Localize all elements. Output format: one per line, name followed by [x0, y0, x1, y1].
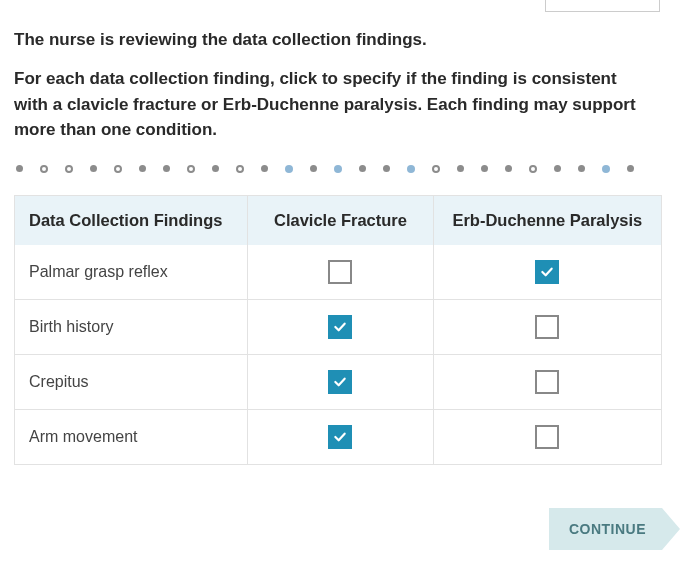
table-header-row: Data Collection Findings Clavicle Fractu…: [15, 196, 661, 245]
progress-dot: [212, 165, 219, 172]
header-findings: Data Collection Findings: [15, 196, 247, 245]
top-input-fragment: [545, 0, 660, 12]
progress-dot: [310, 165, 317, 172]
erb-cell: [433, 410, 661, 464]
continue-button[interactable]: CONTINUE: [549, 508, 680, 550]
table-row: Crepitus: [15, 354, 661, 409]
progress-dot: [529, 165, 537, 173]
header-clavicle: Clavicle Fracture: [247, 196, 432, 245]
checkbox[interactable]: [535, 425, 559, 449]
progress-dot: [578, 165, 585, 172]
progress-dot: [65, 165, 73, 173]
progress-dots: [14, 165, 686, 173]
progress-dot: [432, 165, 440, 173]
progress-dot: [187, 165, 195, 173]
table-row: Arm movement: [15, 409, 661, 464]
clavicle-cell: [247, 300, 432, 354]
progress-dot: [90, 165, 97, 172]
progress-dot: [627, 165, 634, 172]
clavicle-cell: [247, 355, 432, 409]
erb-cell: [433, 300, 661, 354]
progress-dot: [236, 165, 244, 173]
progress-dot: [505, 165, 512, 172]
checkmark-icon: [332, 429, 348, 445]
arrow-right-icon: [662, 508, 680, 550]
finding-label: Palmar grasp reflex: [15, 245, 247, 299]
progress-dot: [481, 165, 488, 172]
findings-table: Data Collection Findings Clavicle Fractu…: [14, 195, 662, 465]
erb-cell: [433, 355, 661, 409]
checkbox[interactable]: [328, 370, 352, 394]
checkbox[interactable]: [328, 260, 352, 284]
progress-dot: [261, 165, 268, 172]
progress-dot: [383, 165, 390, 172]
checkbox[interactable]: [535, 260, 559, 284]
question-intro: The nurse is reviewing the data collecti…: [14, 30, 686, 50]
progress-dot: [602, 165, 610, 173]
table-row: Palmar grasp reflex: [15, 245, 661, 299]
progress-dot: [554, 165, 561, 172]
progress-dot: [285, 165, 293, 173]
progress-dot: [457, 165, 464, 172]
progress-dot: [40, 165, 48, 173]
progress-dot: [334, 165, 342, 173]
clavicle-cell: [247, 410, 432, 464]
checkbox[interactable]: [328, 425, 352, 449]
checkbox[interactable]: [328, 315, 352, 339]
progress-dot: [16, 165, 23, 172]
finding-label: Birth history: [15, 300, 247, 354]
table-row: Birth history: [15, 299, 661, 354]
question-block: The nurse is reviewing the data collecti…: [14, 30, 686, 143]
progress-dot: [114, 165, 122, 173]
finding-label: Crepitus: [15, 355, 247, 409]
erb-cell: [433, 245, 661, 299]
progress-dot: [407, 165, 415, 173]
clavicle-cell: [247, 245, 432, 299]
progress-dot: [359, 165, 366, 172]
progress-dot: [139, 165, 146, 172]
checkmark-icon: [332, 319, 348, 335]
progress-dot: [163, 165, 170, 172]
finding-label: Arm movement: [15, 410, 247, 464]
question-instructions: For each data collection finding, click …: [14, 66, 654, 143]
checkmark-icon: [332, 374, 348, 390]
continue-label: CONTINUE: [549, 508, 662, 550]
checkmark-icon: [539, 264, 555, 280]
checkbox[interactable]: [535, 370, 559, 394]
checkbox[interactable]: [535, 315, 559, 339]
header-erb: Erb-Duchenne Paralysis: [433, 196, 661, 245]
